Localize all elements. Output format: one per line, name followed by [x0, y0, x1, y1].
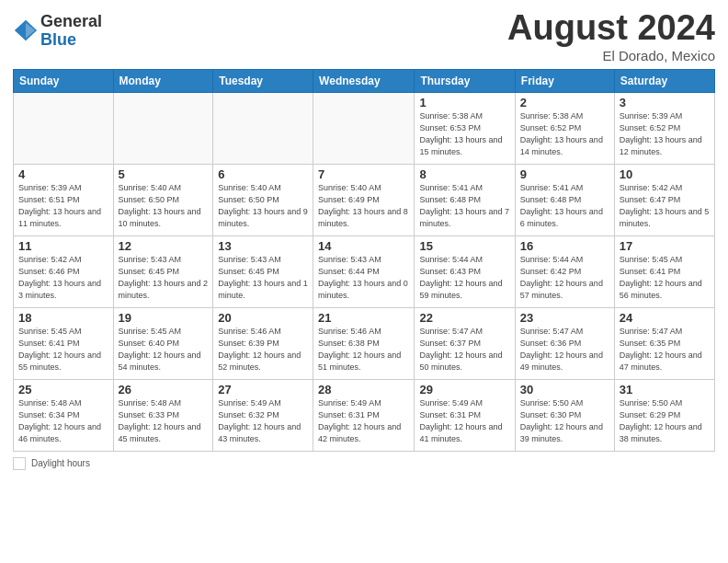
- calendar-cell: 2Sunrise: 5:38 AM Sunset: 6:52 PM Daylig…: [515, 92, 614, 164]
- day-number: 22: [419, 311, 509, 325]
- logo-text: General Blue: [40, 13, 102, 50]
- day-info: Sunrise: 5:49 AM Sunset: 6:32 PM Dayligh…: [218, 397, 308, 445]
- calendar-week-1: 4Sunrise: 5:39 AM Sunset: 6:51 PM Daylig…: [14, 164, 715, 236]
- day-info: Sunrise: 5:50 AM Sunset: 6:29 PM Dayligh…: [620, 397, 710, 445]
- calendar-cell: 21Sunrise: 5:46 AM Sunset: 6:38 PM Dayli…: [313, 307, 415, 379]
- calendar-cell: 30Sunrise: 5:50 AM Sunset: 6:30 PM Dayli…: [515, 379, 614, 451]
- header: General Blue August 2024 El Dorado, Mexi…: [13, 9, 715, 63]
- calendar-cell: 16Sunrise: 5:44 AM Sunset: 6:42 PM Dayli…: [515, 236, 614, 307]
- calendar-cell: 6Sunrise: 5:40 AM Sunset: 6:50 PM Daylig…: [213, 164, 313, 236]
- day-number: 24: [620, 311, 710, 325]
- calendar-cell: [213, 92, 313, 164]
- col-header-tuesday: Tuesday: [213, 69, 313, 92]
- daylight-label: Daylight hours: [31, 458, 90, 468]
- day-number: 1: [419, 96, 509, 109]
- calendar-cell: 23Sunrise: 5:47 AM Sunset: 6:36 PM Dayli…: [515, 307, 614, 379]
- day-info: Sunrise: 5:45 AM Sunset: 6:40 PM Dayligh…: [119, 326, 209, 373]
- calendar-cell: 18Sunrise: 5:45 AM Sunset: 6:41 PM Dayli…: [14, 307, 114, 379]
- calendar-cell: 26Sunrise: 5:48 AM Sunset: 6:33 PM Dayli…: [113, 379, 213, 451]
- calendar-cell: 15Sunrise: 5:44 AM Sunset: 6:43 PM Dayli…: [415, 236, 515, 307]
- day-info: Sunrise: 5:42 AM Sunset: 6:47 PM Dayligh…: [620, 182, 710, 230]
- day-info: Sunrise: 5:38 AM Sunset: 6:53 PM Dayligh…: [419, 110, 509, 158]
- day-info: Sunrise: 5:48 AM Sunset: 6:34 PM Dayligh…: [18, 397, 108, 445]
- day-info: Sunrise: 5:43 AM Sunset: 6:44 PM Dayligh…: [318, 254, 409, 302]
- day-number: 15: [419, 239, 509, 253]
- day-info: Sunrise: 5:44 AM Sunset: 6:43 PM Dayligh…: [419, 254, 509, 302]
- col-header-sunday: Sunday: [14, 69, 114, 92]
- calendar-cell: 11Sunrise: 5:42 AM Sunset: 6:46 PM Dayli…: [14, 236, 114, 307]
- day-number: 29: [419, 383, 509, 396]
- day-info: Sunrise: 5:49 AM Sunset: 6:31 PM Dayligh…: [419, 397, 509, 445]
- day-number: 9: [520, 167, 609, 181]
- day-info: Sunrise: 5:43 AM Sunset: 6:45 PM Dayligh…: [119, 254, 209, 302]
- calendar-cell: 7Sunrise: 5:40 AM Sunset: 6:49 PM Daylig…: [313, 164, 415, 236]
- day-number: 7: [318, 167, 409, 181]
- day-info: Sunrise: 5:44 AM Sunset: 6:42 PM Dayligh…: [520, 254, 609, 302]
- day-info: Sunrise: 5:47 AM Sunset: 6:37 PM Dayligh…: [419, 326, 509, 373]
- calendar-cell: 17Sunrise: 5:45 AM Sunset: 6:41 PM Dayli…: [614, 236, 714, 307]
- day-number: 19: [119, 311, 209, 325]
- day-info: Sunrise: 5:39 AM Sunset: 6:51 PM Dayligh…: [18, 182, 108, 230]
- location: El Dorado, Mexico: [507, 48, 715, 63]
- logo-general-text: General: [40, 13, 102, 31]
- calendar-cell: 3Sunrise: 5:39 AM Sunset: 6:52 PM Daylig…: [614, 92, 714, 164]
- day-number: 17: [620, 239, 710, 253]
- day-number: 21: [318, 311, 409, 325]
- day-number: 4: [18, 167, 108, 181]
- calendar-week-2: 11Sunrise: 5:42 AM Sunset: 6:46 PM Dayli…: [14, 236, 715, 307]
- page: General Blue August 2024 El Dorado, Mexi…: [0, 0, 728, 479]
- day-info: Sunrise: 5:47 AM Sunset: 6:36 PM Dayligh…: [520, 326, 609, 373]
- footer: Daylight hours: [13, 457, 715, 470]
- calendar-cell: 14Sunrise: 5:43 AM Sunset: 6:44 PM Dayli…: [313, 236, 415, 307]
- day-number: 30: [520, 383, 609, 396]
- day-info: Sunrise: 5:47 AM Sunset: 6:35 PM Dayligh…: [620, 326, 710, 373]
- calendar-cell: 22Sunrise: 5:47 AM Sunset: 6:37 PM Dayli…: [415, 307, 515, 379]
- logo-blue-text: Blue: [40, 31, 102, 50]
- calendar-cell: 28Sunrise: 5:49 AM Sunset: 6:31 PM Dayli…: [313, 379, 415, 451]
- calendar-cell: 25Sunrise: 5:48 AM Sunset: 6:34 PM Dayli…: [14, 379, 114, 451]
- daylight-box: [13, 457, 26, 470]
- calendar-cell: 12Sunrise: 5:43 AM Sunset: 6:45 PM Dayli…: [113, 236, 213, 307]
- calendar-cell: [113, 92, 213, 164]
- day-info: Sunrise: 5:40 AM Sunset: 6:49 PM Dayligh…: [318, 182, 409, 230]
- calendar-cell: 5Sunrise: 5:40 AM Sunset: 6:50 PM Daylig…: [113, 164, 213, 236]
- calendar-cell: 8Sunrise: 5:41 AM Sunset: 6:48 PM Daylig…: [415, 164, 515, 236]
- day-info: Sunrise: 5:48 AM Sunset: 6:33 PM Dayligh…: [119, 397, 209, 445]
- day-info: Sunrise: 5:39 AM Sunset: 6:52 PM Dayligh…: [620, 110, 710, 158]
- day-number: 13: [218, 239, 308, 253]
- day-info: Sunrise: 5:50 AM Sunset: 6:30 PM Dayligh…: [520, 397, 609, 445]
- calendar-cell: 10Sunrise: 5:42 AM Sunset: 6:47 PM Dayli…: [614, 164, 714, 236]
- col-header-saturday: Saturday: [614, 69, 714, 92]
- day-info: Sunrise: 5:40 AM Sunset: 6:50 PM Dayligh…: [119, 182, 209, 230]
- day-number: 27: [218, 383, 308, 396]
- day-number: 14: [318, 239, 409, 253]
- calendar-cell: 29Sunrise: 5:49 AM Sunset: 6:31 PM Dayli…: [415, 379, 515, 451]
- day-info: Sunrise: 5:45 AM Sunset: 6:41 PM Dayligh…: [18, 326, 108, 373]
- day-number: 10: [620, 167, 710, 181]
- logo: General Blue: [13, 13, 102, 50]
- day-info: Sunrise: 5:38 AM Sunset: 6:52 PM Dayligh…: [520, 110, 609, 158]
- day-number: 3: [620, 96, 710, 109]
- day-number: 12: [119, 239, 209, 253]
- calendar-cell: 9Sunrise: 5:41 AM Sunset: 6:48 PM Daylig…: [515, 164, 614, 236]
- col-header-monday: Monday: [113, 69, 213, 92]
- calendar-cell: 19Sunrise: 5:45 AM Sunset: 6:40 PM Dayli…: [113, 307, 213, 379]
- day-number: 23: [520, 311, 609, 325]
- calendar-week-0: 1Sunrise: 5:38 AM Sunset: 6:53 PM Daylig…: [14, 92, 715, 164]
- title-block: August 2024 El Dorado, Mexico: [507, 9, 715, 63]
- day-number: 26: [119, 383, 209, 396]
- col-header-friday: Friday: [515, 69, 614, 92]
- calendar-cell: [14, 92, 114, 164]
- calendar-cell: 20Sunrise: 5:46 AM Sunset: 6:39 PM Dayli…: [213, 307, 313, 379]
- logo-icon: [13, 18, 39, 44]
- calendar-cell: 1Sunrise: 5:38 AM Sunset: 6:53 PM Daylig…: [415, 92, 515, 164]
- calendar-cell: 31Sunrise: 5:50 AM Sunset: 6:29 PM Dayli…: [614, 379, 714, 451]
- day-number: 25: [18, 383, 108, 396]
- day-info: Sunrise: 5:45 AM Sunset: 6:41 PM Dayligh…: [620, 254, 710, 302]
- col-header-thursday: Thursday: [415, 69, 515, 92]
- month-title: August 2024: [507, 9, 715, 48]
- calendar-cell: 4Sunrise: 5:39 AM Sunset: 6:51 PM Daylig…: [14, 164, 114, 236]
- calendar-table: SundayMondayTuesdayWednesdayThursdayFrid…: [13, 69, 715, 452]
- calendar-cell: 13Sunrise: 5:43 AM Sunset: 6:45 PM Dayli…: [213, 236, 313, 307]
- calendar-week-4: 25Sunrise: 5:48 AM Sunset: 6:34 PM Dayli…: [14, 379, 715, 451]
